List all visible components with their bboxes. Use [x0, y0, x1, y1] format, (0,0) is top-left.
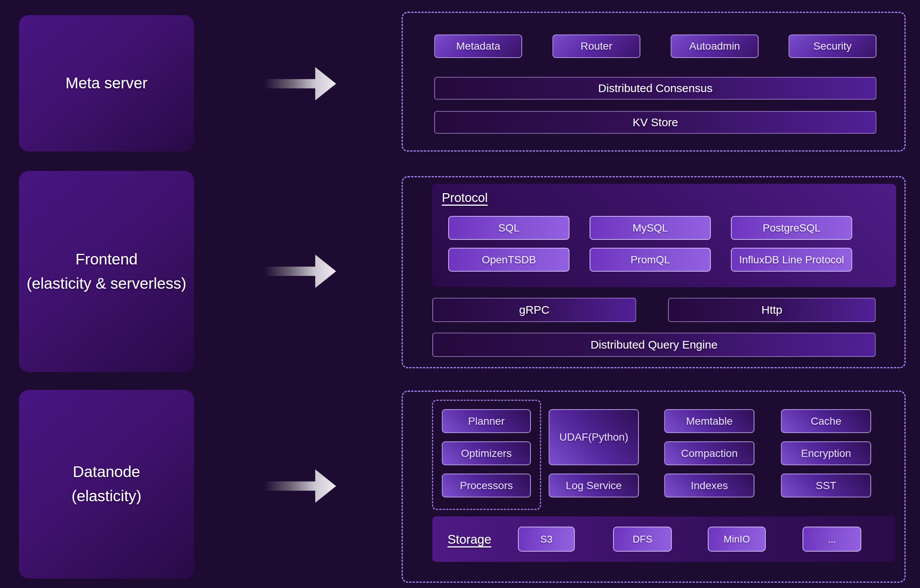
udaf-python-label: UDAF(Python) [559, 431, 628, 443]
arrow-datanode-icon [264, 470, 336, 503]
planner-label: Planner [468, 415, 505, 428]
metadata-box: Metadata [434, 34, 522, 58]
udaf-python-box: UDAF(Python) [549, 409, 639, 465]
postgresql-box: PostgreSQL [731, 216, 852, 240]
log-service-box: Log Service [549, 474, 639, 497]
autoadmin-box: Autoadmin [671, 34, 759, 58]
datanode-label-line2: (elasticity) [71, 484, 142, 509]
http-label: Http [761, 303, 782, 316]
meta-server-box: Meta server [19, 15, 194, 152]
planner-box: Planner [442, 409, 531, 433]
router-box: Router [552, 34, 640, 58]
sql-label: SQL [498, 222, 520, 234]
frontend-panel: Protocol SQL MySQL PostgreSQL OpenTSDB P… [402, 176, 905, 368]
indexes-label: Indexes [691, 479, 728, 492]
s3-label: S3 [540, 533, 552, 545]
opentsdb-box: OpenTSDB [448, 248, 570, 272]
postgresql-label: PostgreSQL [763, 222, 821, 234]
sql-box: SQL [448, 216, 570, 240]
memtable-box: Memtable [664, 409, 755, 433]
meta-server-panel: Metadata Router Autoadmin Security Distr… [402, 12, 905, 152]
storage-label: Storage [447, 532, 491, 547]
datanode-label-line1: Datanode [73, 460, 140, 484]
sst-label: SST [816, 479, 836, 492]
frontend-label-line1: Frontend [75, 248, 138, 272]
autoadmin-label: Autoadmin [689, 40, 740, 52]
arrow-meta-icon [264, 67, 336, 100]
datanode-panel: Planner Optimizers Processors UDAF(Pytho… [402, 390, 905, 583]
sst-box: SST [781, 474, 871, 497]
minio-label: MinIO [724, 533, 750, 545]
distributed-query-engine-bar: Distributed Query Engine [432, 333, 876, 357]
meta-server-label: Meta server [66, 71, 147, 96]
cache-box: Cache [781, 409, 871, 433]
optimizers-box: Optimizers [442, 441, 531, 465]
encryption-label: Encryption [801, 447, 851, 460]
memtable-label: Memtable [686, 415, 733, 428]
storage-ellipsis-label: ... [828, 533, 836, 545]
distributed-consensus-bar: Distributed Consensus [434, 77, 876, 100]
influxdb-line-protocol-label: InfluxDB Line Protocol [739, 254, 844, 266]
compaction-box: Compaction [664, 441, 755, 465]
security-label: Security [813, 40, 851, 52]
http-bar: Http [668, 298, 876, 322]
compaction-label: Compaction [681, 447, 737, 460]
encryption-box: Encryption [781, 441, 871, 465]
protocol-label: Protocol [442, 191, 488, 205]
metadata-label: Metadata [456, 40, 500, 52]
mysql-label: MySQL [632, 222, 667, 234]
influxdb-line-protocol-box: InfluxDB Line Protocol [731, 248, 852, 272]
storage-panel: Storage S3 DFS MinIO ... [432, 517, 896, 562]
frontend-label-line2: (elasticity & serverless) [26, 272, 186, 296]
log-service-label: Log Service [566, 479, 622, 492]
architecture-diagram: { "palette": { "background": "#1e0b31", … [0, 0, 920, 588]
grpc-bar: gRPC [432, 298, 636, 322]
dfs-label: DFS [633, 533, 653, 545]
kv-store-bar: KV Store [434, 111, 876, 134]
promql-label: PromQL [630, 254, 670, 266]
storage-ellipsis-box: ... [803, 526, 861, 552]
processors-box: Processors [442, 474, 531, 497]
security-box: Security [789, 34, 876, 58]
cache-label: Cache [811, 415, 842, 428]
router-label: Router [580, 40, 612, 52]
distributed-consensus-label: Distributed Consensus [598, 82, 713, 95]
indexes-box: Indexes [664, 474, 755, 497]
s3-box: S3 [518, 526, 575, 552]
protocol-panel: Protocol SQL MySQL PostgreSQL OpenTSDB P… [432, 184, 896, 287]
opentsdb-label: OpenTSDB [482, 254, 536, 266]
grpc-label: gRPC [519, 303, 549, 316]
distributed-query-engine-label: Distributed Query Engine [590, 339, 717, 351]
optimizers-label: Optimizers [461, 447, 512, 460]
frontend-box: Frontend (elasticity & serverless) [19, 171, 194, 372]
kv-store-label: KV Store [632, 116, 678, 129]
dfs-box: DFS [613, 526, 672, 552]
mysql-box: MySQL [590, 216, 711, 240]
promql-box: PromQL [590, 248, 711, 272]
datanode-box: Datanode (elasticity) [19, 390, 194, 578]
arrow-frontend-icon [264, 254, 336, 288]
processors-label: Processors [460, 479, 513, 492]
minio-box: MinIO [708, 526, 766, 552]
